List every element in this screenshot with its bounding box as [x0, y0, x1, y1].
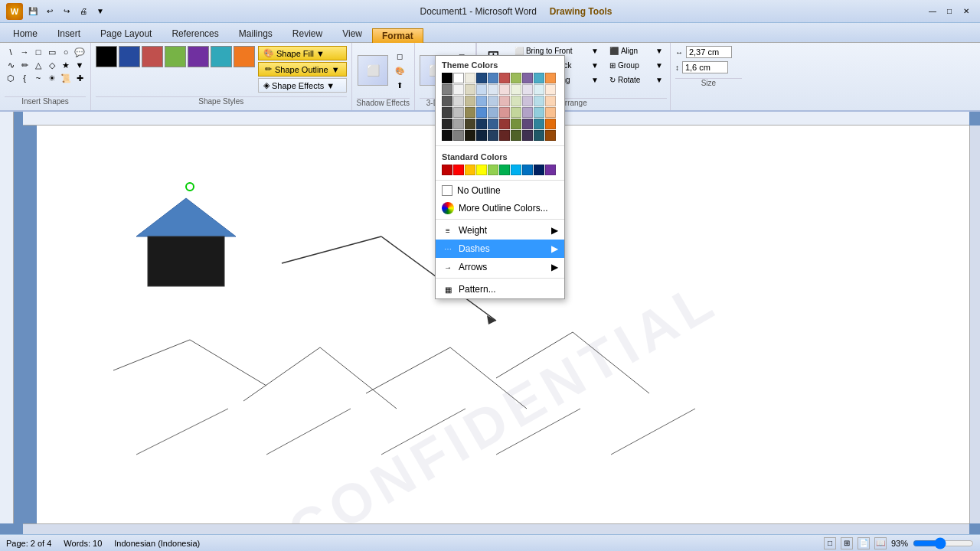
tc-r4-c5[interactable] [488, 107, 498, 118]
pattern-item[interactable]: ▦ Pattern... [436, 280, 564, 298]
swatch-purple[interactable] [188, 46, 209, 67]
group-dropdown[interactable]: ▼ [655, 61, 663, 70]
maximize-button[interactable]: □ [942, 5, 957, 18]
scroll-icon[interactable]: 📜 [60, 72, 72, 84]
shapes-more-icon[interactable]: ▼ [74, 59, 86, 71]
save-button[interactable]: 💾 [26, 5, 40, 18]
send-to-back-dropdown[interactable]: ▼ [591, 61, 599, 70]
undo-button[interactable]: ↩ [43, 5, 57, 18]
sc-yellow[interactable] [476, 165, 487, 175]
tc-r4-c9[interactable] [534, 107, 544, 118]
align-dropdown[interactable]: ▼ [655, 47, 663, 55]
theme-color-purple2[interactable] [522, 73, 533, 83]
cross-icon[interactable]: ✚ [74, 72, 86, 84]
theme-color-tan[interactable] [465, 73, 475, 83]
group-button[interactable]: ⊞ Group ▼ [606, 59, 667, 72]
sc-purple[interactable] [545, 165, 556, 175]
callout-icon[interactable]: 💬 [74, 46, 86, 58]
tc-r6-c3[interactable] [465, 130, 475, 141]
tab-format[interactable]: Format [372, 28, 423, 43]
arrows-item[interactable]: → Arrows ▶ [436, 258, 564, 276]
tc-r3-c7[interactable] [511, 96, 521, 106]
shape-fill-dropdown[interactable]: ▼ [316, 49, 325, 58]
tc-r3-c9[interactable] [534, 96, 544, 106]
close-button[interactable]: ✕ [959, 5, 974, 18]
tc-r5-c8[interactable] [522, 119, 533, 129]
tc-r2-c8[interactable] [522, 84, 533, 95]
tc-r6-c9[interactable] [534, 130, 544, 141]
tc-r4-c4[interactable] [476, 107, 487, 118]
theme-color-darkblue[interactable] [476, 73, 487, 83]
tc-r5-c6[interactable] [499, 119, 510, 129]
oval-icon[interactable]: ○ [60, 46, 72, 58]
sc-darkred[interactable] [442, 165, 452, 175]
tc-r2-c2[interactable] [453, 84, 464, 95]
star-icon[interactable]: ★ [60, 59, 72, 71]
sun-icon[interactable]: ☀ [46, 72, 58, 84]
house-rotate-handle[interactable] [186, 183, 194, 191]
theme-color-orange2[interactable] [545, 73, 556, 83]
scrollbar-bottom[interactable] [23, 523, 969, 534]
tc-r3-c3[interactable] [465, 96, 475, 106]
sc-green[interactable] [499, 165, 510, 175]
tc-r5-c7[interactable] [511, 119, 521, 129]
align-button[interactable]: ⬛ Align ▼ [606, 44, 667, 57]
tc-r4-c8[interactable] [522, 107, 533, 118]
view-web-btn[interactable]: ⊞ [841, 537, 853, 549]
sc-darkblue[interactable] [534, 165, 544, 175]
tc-r6-c4[interactable] [476, 130, 487, 141]
shape-effects-button[interactable]: ◈ Shape Effects ▼ [258, 78, 347, 93]
minimize-button[interactable]: — [925, 5, 940, 18]
tc-r5-c9[interactable] [534, 119, 544, 129]
shadow-color-btn[interactable]: 🎨 [391, 64, 408, 77]
tc-r6-c5[interactable] [488, 130, 498, 141]
rotate-dropdown[interactable]: ▼ [655, 76, 663, 84]
view-print-btn[interactable]: 📄 [858, 537, 870, 549]
redo-button[interactable]: ↪ [60, 5, 74, 18]
tc-r3-c2[interactable] [453, 96, 464, 106]
curve-icon[interactable]: ∿ [5, 59, 17, 71]
swatch-blue1[interactable] [119, 46, 140, 67]
tc-r3-c8[interactable] [522, 96, 533, 106]
tc-r6-c1[interactable] [442, 130, 452, 141]
sc-lightgreen[interactable] [488, 165, 498, 175]
text-wrapping-dropdown[interactable]: ▼ [591, 76, 599, 84]
shape-fill-button[interactable]: 🎨 Shape Fill ▼ [258, 46, 347, 60]
tc-r2-c5[interactable] [488, 84, 498, 95]
tc-r6-c6[interactable] [499, 130, 510, 141]
tc-r4-c7[interactable] [511, 107, 521, 118]
tab-home[interactable]: Home [3, 24, 47, 42]
swatch-red[interactable] [142, 46, 163, 67]
theme-color-green2[interactable] [511, 73, 521, 83]
shadow-on-off-btn[interactable]: ◻ [391, 50, 408, 63]
triangle-icon[interactable]: △ [32, 59, 44, 71]
tc-r6-c10[interactable] [545, 130, 556, 141]
tab-page-layout[interactable]: Page Layout [90, 24, 162, 42]
tc-r6-c7[interactable] [511, 130, 521, 141]
tab-view[interactable]: View [332, 24, 372, 42]
tc-r5-c3[interactable] [465, 119, 475, 129]
tc-r4-c1[interactable] [442, 107, 452, 118]
tc-r4-c10[interactable] [545, 107, 556, 118]
theme-color-black[interactable] [442, 73, 452, 83]
tab-review[interactable]: Review [283, 24, 332, 42]
tc-r4-c3[interactable] [465, 107, 475, 118]
edit-points-icon[interactable]: ⬡ [5, 72, 17, 84]
scrollbar-right[interactable] [969, 126, 980, 523]
wave-icon[interactable]: ~ [32, 72, 44, 84]
qat-dropdown[interactable]: ▼ [93, 5, 107, 18]
tab-references[interactable]: References [162, 24, 228, 42]
swatch-green[interactable] [165, 46, 186, 67]
house-body[interactable] [148, 236, 224, 286]
swatch-black[interactable] [96, 46, 117, 67]
tc-r2-c9[interactable] [534, 84, 544, 95]
tc-r5-c2[interactable] [453, 119, 464, 129]
dashes-item[interactable]: ⋯ Dashes ▶ [436, 240, 564, 258]
tc-r6-c8[interactable] [522, 130, 533, 141]
tc-r3-c10[interactable] [545, 96, 556, 106]
height-input[interactable]: 1,6 cm [682, 61, 728, 73]
tc-r2-c3[interactable] [465, 84, 475, 95]
office-logo[interactable]: W [6, 3, 23, 20]
theme-color-teal2[interactable] [534, 73, 544, 83]
tc-r2-c10[interactable] [545, 84, 556, 95]
